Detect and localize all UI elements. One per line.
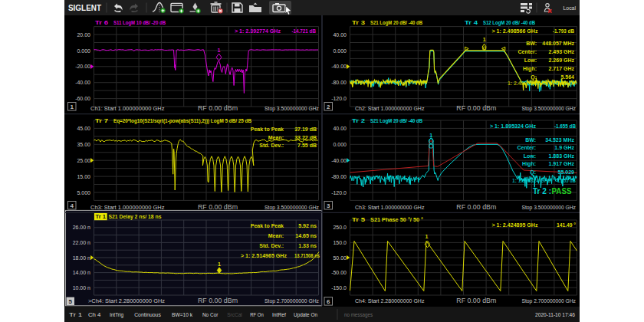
svg-text:-40.00: -40.00: [75, 80, 90, 85]
svg-text:2020-11-10 17:46: 2020-11-10 17:46: [535, 312, 575, 317]
svg-text:-150.0: -150.0: [331, 285, 347, 291]
svg-text:-40.00: -40.00: [331, 64, 347, 69]
svg-text:Tr 2: Tr 2: [352, 118, 365, 123]
svg-text:High:: High:: [522, 161, 536, 167]
svg-text:Center:: Center:: [518, 49, 537, 54]
svg-text:22.00 n: 22.00 n: [73, 240, 90, 245]
svg-text:Update On: Update On: [294, 312, 317, 318]
svg-text:Ch3: Start 1.000000000 GHz: Ch3: Start 1.000000000 GHz: [90, 205, 165, 210]
svg-text:Center:: Center:: [517, 145, 536, 150]
svg-text:Stop 3.500000000 GHz: Stop 3.500000000 GHz: [522, 205, 577, 211]
svg-text:10.00 n: 10.00 n: [73, 285, 90, 291]
svg-text:-50.00: -50.00: [331, 270, 347, 275]
svg-text:-120.0: -120.0: [331, 96, 347, 101]
svg-text:55.029: 55.029: [558, 169, 575, 175]
svg-text:PASS: PASS: [552, 186, 572, 196]
svg-text:> 1: 2.498566 GHz: > 1: 2.498566 GHz: [492, 28, 539, 34]
svg-text:14.65 ns: 14.65 ns: [295, 233, 317, 238]
svg-text:S12 LogM 20 dB/ -40 dB: S12 LogM 20 dB/ -40 dB: [483, 20, 535, 26]
svg-text:> 1: 1.895324 GHz: > 1: 1.895324 GHz: [490, 123, 537, 129]
svg-text:Tr 1: Tr 1: [69, 312, 82, 317]
svg-text:13.71508 ns: 13.71508 ns: [294, 253, 320, 258]
svg-text:1: 1: [429, 133, 432, 138]
svg-text:-14.721 dB: -14.721 dB: [292, 28, 317, 34]
svg-text:33.22 dB: 33.22 dB: [294, 135, 317, 140]
svg-text:Tr 5: Tr 5: [352, 217, 365, 222]
svg-text:1: 1: [218, 261, 221, 267]
svg-text:0.000: 0.000: [77, 48, 90, 54]
svg-text:0.000: 0.000: [333, 48, 347, 54]
svg-text:1: 1: [483, 37, 486, 42]
svg-text:Q:: Q:: [530, 169, 536, 176]
svg-text:50.00: 50.00: [333, 255, 347, 261]
svg-text:35.00: 35.00: [77, 142, 90, 147]
svg-text:>Ch4: Start 2.280000000 GHz: >Ch4: Start 2.280000000 GHz: [88, 298, 166, 304]
svg-text:S21 Phase 50 °/ 50 °: S21 Phase 50 °/ 50 °: [370, 217, 423, 222]
svg-text:Stop 2.700000000 GHz: Stop 2.700000000 GHz: [264, 298, 319, 304]
svg-text:SIGLENT: SIGLENT: [68, 3, 101, 12]
svg-text:S21 Delay 2 ns/ 18 ns: S21 Delay 2 ns/ 18 ns: [109, 214, 162, 220]
svg-text:S21 LogM 20 dB/ -40 dB: S21 LogM 20 dB/ -40 dB: [370, 20, 422, 26]
svg-text:Stop 2.700000000 GHz: Stop 2.700000000 GHz: [522, 298, 577, 304]
svg-text:1.33 ns: 1.33 ns: [298, 243, 317, 248]
svg-text:1.883 GHz: 1.883 GHz: [549, 153, 575, 159]
svg-text:1: 1: [70, 104, 74, 110]
svg-text:150.0: 150.0: [333, 240, 347, 245]
svg-text:2.269 GHz: 2.269 GHz: [549, 58, 575, 63]
svg-text:Tr 7: Tr 7: [95, 118, 108, 123]
svg-text:1: 1: [426, 234, 429, 239]
svg-text:Stop 3.500000000 GHz: Stop 3.500000000 GHz: [522, 106, 577, 112]
svg-text:18.00 n: 18.00 n: [73, 255, 90, 261]
svg-text:RF 0.00 dBm: RF 0.00 dBm: [198, 203, 238, 211]
svg-text:448.057 MHz: 448.057 MHz: [542, 41, 574, 46]
svg-text:40.00: 40.00: [333, 32, 347, 38]
svg-text:7.55 dB: 7.55 dB: [297, 143, 317, 148]
svg-text:1.917 GHz: 1.917 GHz: [549, 161, 575, 166]
svg-text:25.00: 25.00: [77, 158, 90, 163]
svg-text:IntTrig: IntTrig: [110, 312, 123, 318]
svg-text:IntRef: IntRef: [272, 312, 286, 317]
svg-text:2: 2: [327, 104, 330, 110]
svg-text:1: 1: [218, 48, 221, 53]
svg-text:2.717 GHz: 2.717 GHz: [549, 66, 575, 71]
svg-text:Mean:: Mean:: [268, 135, 284, 140]
svg-text:High:: High:: [523, 66, 537, 72]
svg-text:RF 0.00 dBm: RF 0.00 dBm: [198, 104, 238, 112]
svg-text:Std. Dev.:: Std. Dev.:: [259, 243, 284, 248]
svg-text:1.9 GHz: 1.9 GHz: [554, 145, 574, 150]
svg-text:3: 3: [327, 202, 330, 209]
svg-text:Peak to Peak: Peak to Peak: [251, 223, 284, 228]
svg-text:> 1: 2.424895 GHz: > 1: 2.424895 GHz: [492, 222, 539, 228]
svg-text:S21 LogM 20 dB/ -40 dB: S21 LogM 20 dB/ -40 dB: [370, 118, 422, 124]
svg-text:BW=10 k: BW=10 k: [172, 312, 192, 317]
svg-text:-80.00: -80.00: [331, 80, 347, 85]
svg-text:-120.0: -120.0: [331, 190, 347, 196]
svg-text:-40.00: -40.00: [331, 158, 347, 163]
svg-text:Continuous: Continuous: [134, 312, 161, 317]
svg-text:Ch1: Start 1.000000000 GHz: Ch1: Start 1.000000000 GHz: [90, 106, 165, 111]
svg-text:Low:: Low:: [524, 58, 537, 63]
svg-text:Tr 1: Tr 1: [96, 214, 107, 219]
svg-text:Peak to Peak: Peak to Peak: [251, 127, 284, 132]
svg-text:-80.00: -80.00: [331, 174, 347, 179]
svg-text:6: 6: [327, 298, 330, 305]
svg-text:RF 0.00 dBm: RF 0.00 dBm: [198, 297, 238, 304]
svg-text:250.0: 250.0: [333, 225, 347, 230]
svg-text:No Cor: No Cor: [202, 312, 219, 317]
svg-text:Q:: Q:: [531, 74, 537, 80]
svg-text:Tr 6: Tr 6: [95, 20, 108, 25]
svg-text:> 1: 2.392774 GHz: > 1: 2.392774 GHz: [235, 28, 281, 34]
svg-text:4: 4: [70, 202, 74, 209]
svg-text:0.000: 0.000: [333, 142, 347, 147]
svg-text:RF 0.00 dBm: RF 0.00 dBm: [456, 104, 496, 112]
svg-text:15.00: 15.00: [77, 174, 90, 179]
svg-text:Mean:: Mean:: [268, 233, 284, 238]
svg-text:-1.655 dB: -1.655 dB: [554, 123, 576, 129]
svg-text:Tr 2 :: Tr 2 :: [533, 186, 551, 196]
svg-text:RF 0.00 dBm: RF 0.00 dBm: [456, 203, 496, 211]
svg-text:5.564: 5.564: [560, 74, 574, 80]
svg-text:> 1: 2.514965 GHz: > 1: 2.514965 GHz: [241, 253, 288, 258]
svg-text:26.00 n: 26.00 n: [73, 225, 90, 230]
svg-text:-60.00: -60.00: [75, 96, 90, 101]
svg-text:BW:: BW:: [526, 41, 537, 46]
